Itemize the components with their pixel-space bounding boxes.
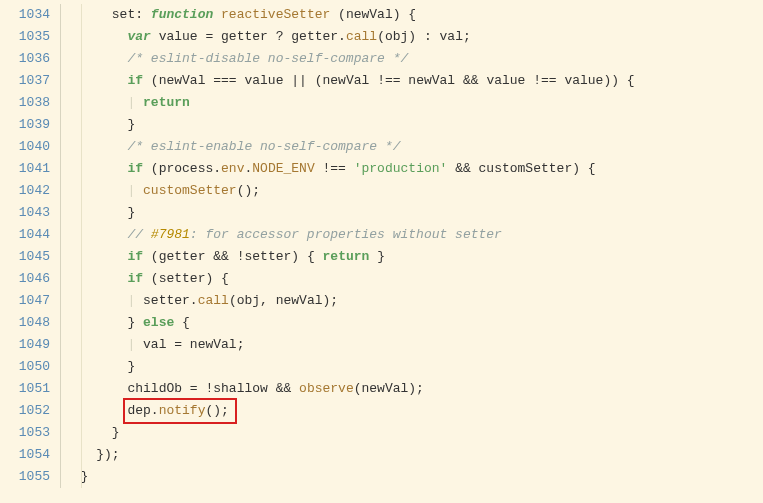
line-number: 1040: [0, 136, 50, 158]
line-number: 1052: [0, 400, 50, 422]
code-line: /* eslint-enable no-self-compare */: [65, 136, 763, 158]
code-content[interactable]: set: function reactiveSetter (newVal) { …: [60, 4, 763, 488]
code-line: if (setter) {: [65, 268, 763, 290]
line-number: 1053: [0, 422, 50, 444]
code-line: | setter.call(obj, newVal);: [65, 290, 763, 312]
line-number: 1039: [0, 114, 50, 136]
line-number: 1047: [0, 290, 50, 312]
code-line: if (newVal === value || (newVal !== newV…: [65, 70, 763, 92]
line-number: 1041: [0, 158, 50, 180]
code-line: if (getter && !setter) { return }: [65, 246, 763, 268]
line-number: 1051: [0, 378, 50, 400]
line-number: 1055: [0, 466, 50, 488]
code-line: /* eslint-disable no-self-compare */: [65, 48, 763, 70]
code-line: }: [65, 466, 763, 488]
code-line: set: function reactiveSetter (newVal) {: [65, 4, 763, 26]
line-number: 1050: [0, 356, 50, 378]
code-line: }: [65, 356, 763, 378]
line-number: 1046: [0, 268, 50, 290]
line-number: 1035: [0, 26, 50, 48]
line-number: 1042: [0, 180, 50, 202]
line-number: 1036: [0, 48, 50, 70]
code-line: | customSetter();: [65, 180, 763, 202]
line-number: 1043: [0, 202, 50, 224]
code-line: } else {: [65, 312, 763, 334]
line-number-gutter: 1034 1035 1036 1037 1038 1039 1040 1041 …: [0, 4, 60, 488]
line-number: 1054: [0, 444, 50, 466]
line-number: 1049: [0, 334, 50, 356]
line-number: 1038: [0, 92, 50, 114]
code-line: dep.notify();: [65, 400, 763, 422]
code-editor: 1034 1035 1036 1037 1038 1039 1040 1041 …: [0, 0, 763, 492]
code-line: }: [65, 114, 763, 136]
code-line: });: [65, 444, 763, 466]
line-number: 1044: [0, 224, 50, 246]
line-number: 1045: [0, 246, 50, 268]
code-line: | return: [65, 92, 763, 114]
code-line: if (process.env.NODE_ENV !== 'production…: [65, 158, 763, 180]
code-line: | val = newVal;: [65, 334, 763, 356]
line-number: 1037: [0, 70, 50, 92]
code-line: childOb = !shallow && observe(newVal);: [65, 378, 763, 400]
code-line: }: [65, 422, 763, 444]
code-line: // #7981: for accessor properties withou…: [65, 224, 763, 246]
line-number: 1048: [0, 312, 50, 334]
code-line: var value = getter ? getter.call(obj) : …: [65, 26, 763, 48]
line-number: 1034: [0, 4, 50, 26]
code-line: }: [65, 202, 763, 224]
